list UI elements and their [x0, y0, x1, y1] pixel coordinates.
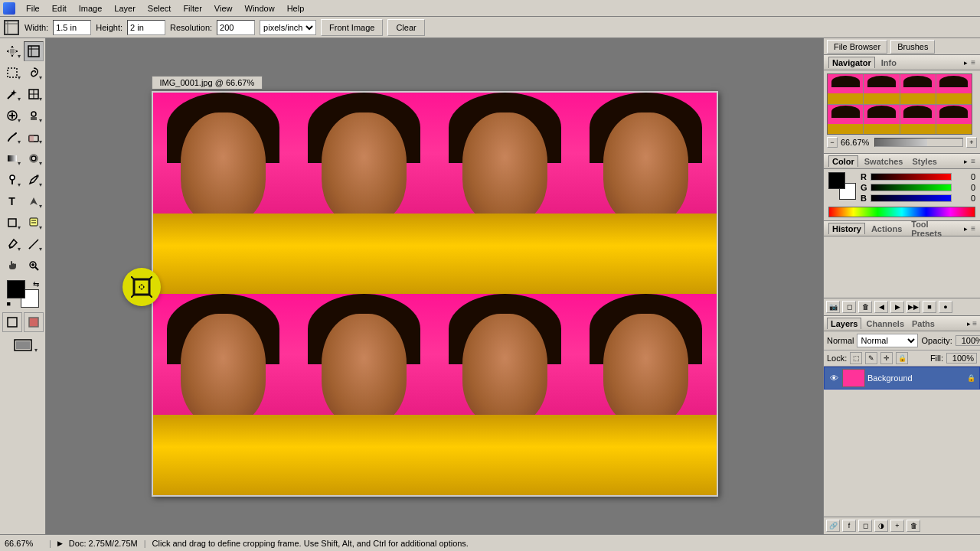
navigator-expand[interactable]: ▸ — [964, 59, 968, 67]
navigator-tab[interactable]: Navigator — [828, 57, 875, 68]
pen-tool[interactable]: ▾ — [24, 170, 44, 190]
color-menu[interactable]: ≡ — [971, 157, 975, 165]
begin-recording-button[interactable]: ● — [939, 301, 952, 313]
history-expand[interactable]: ▸ — [964, 225, 968, 233]
link-layers-button[interactable]: 🔗 — [826, 520, 840, 532]
history-tab[interactable]: History — [828, 223, 865, 234]
zoom-out-button[interactable]: − — [827, 137, 838, 148]
layers-tab[interactable]: Layers — [827, 318, 861, 329]
shape-tool[interactable]: ▾ — [2, 213, 22, 233]
marquee-tool[interactable]: ▾ — [2, 63, 22, 83]
tool-presets-tab[interactable]: Tool Presets — [908, 219, 961, 239]
info-tab[interactable]: Info — [878, 57, 900, 68]
color-spectrum-bar[interactable] — [828, 207, 975, 217]
resolution-input[interactable] — [217, 20, 255, 35]
channels-tab[interactable]: Channels — [863, 318, 907, 329]
quick-mask-mode[interactable] — [24, 312, 44, 332]
lock-image-pixels[interactable]: ✎ — [865, 352, 877, 364]
slice-tool[interactable]: ▾ — [24, 84, 44, 104]
clear-button[interactable]: Clear — [387, 19, 424, 36]
blue-slider[interactable] — [871, 194, 952, 202]
eraser-tool[interactable]: ▾ — [24, 127, 44, 147]
menu-window[interactable]: Window — [239, 2, 281, 15]
eyedropper-tool[interactable]: ▾ — [2, 234, 22, 254]
menu-select[interactable]: Select — [142, 2, 178, 15]
add-layer-style-button[interactable]: f — [842, 520, 856, 532]
reset-colors-icon[interactable]: ■ — [7, 300, 11, 308]
new-snapshot-button[interactable]: 📷 — [826, 301, 840, 313]
menu-filter[interactable]: Filter — [177, 2, 207, 15]
zoom-slider[interactable] — [874, 138, 963, 147]
color-expand[interactable]: ▸ — [964, 158, 968, 165]
step-backward-button[interactable]: ◀ — [874, 301, 888, 313]
green-slider[interactable] — [871, 184, 952, 191]
layers-menu[interactable]: ≡ — [972, 319, 977, 328]
lock-position[interactable]: ✛ — [880, 352, 893, 364]
color-tab[interactable]: Color — [828, 155, 858, 167]
magic-wand-tool[interactable]: ▾ — [2, 84, 22, 104]
swap-colors-icon[interactable]: ⇆ — [33, 280, 39, 289]
healing-tool[interactable]: ▾ — [2, 106, 22, 126]
zoom-tool[interactable] — [24, 256, 44, 276]
stamp-tool[interactable]: ▾ — [24, 106, 44, 126]
path-select-tool[interactable]: ▾ — [24, 191, 44, 211]
blur-tool[interactable]: ▾ — [24, 148, 44, 168]
canvas-tab[interactable]: IMG_0001.jpg @ 66.67% — [152, 76, 263, 89]
navigator-menu[interactable]: ≡ — [971, 58, 975, 67]
menu-file[interactable]: File — [20, 2, 46, 15]
layer-visibility-toggle[interactable]: 👁 — [828, 372, 840, 384]
red-slider[interactable] — [871, 173, 952, 181]
history-brush-tool[interactable]: ▾ — [2, 127, 22, 147]
fill-input[interactable] — [946, 353, 977, 364]
standard-mode[interactable] — [2, 312, 22, 332]
opacity-input[interactable] — [956, 335, 980, 346]
history-play-button[interactable]: ▶▶ — [906, 301, 920, 313]
new-layer-button[interactable]: + — [890, 520, 904, 532]
actions-tab[interactable]: Actions — [868, 223, 905, 234]
step-forward-button[interactable]: ▶ — [890, 301, 904, 313]
status-arrow-button[interactable]: ▶ — [57, 540, 63, 547]
menu-help[interactable]: Help — [281, 2, 311, 15]
type-tool[interactable]: T — [2, 191, 22, 211]
background-layer[interactable]: 👁 Background 🔒 — [824, 367, 980, 390]
notes-tool[interactable]: ▾ — [24, 213, 44, 233]
move-tool[interactable]: ▾ — [2, 41, 22, 61]
new-fill-layer-button[interactable]: ◑ — [874, 520, 888, 532]
lock-all[interactable]: 🔒 — [896, 352, 908, 364]
canvas-area[interactable]: IMG_0001.jpg @ 66.67% — [46, 38, 823, 534]
delete-layer-button[interactable]: 🗑 — [906, 520, 920, 532]
foreground-background-colors[interactable]: ⇆ ■ — [7, 280, 39, 308]
width-input[interactable] — [53, 20, 91, 35]
styles-tab[interactable]: Styles — [909, 156, 939, 167]
hand-tool[interactable] — [2, 256, 22, 276]
foreground-color-swatch[interactable] — [7, 280, 25, 298]
paths-tab[interactable]: Paths — [909, 318, 938, 329]
zoom-in-button[interactable]: + — [966, 137, 977, 148]
color-foreground-square[interactable] — [828, 172, 845, 189]
history-menu[interactable]: ≡ — [971, 224, 975, 233]
stop-recording-button[interactable]: ■ — [923, 301, 936, 313]
menu-edit[interactable]: Edit — [46, 2, 73, 15]
menu-layer[interactable]: Layer — [108, 2, 142, 15]
color-fg-bg[interactable] — [828, 172, 856, 200]
menu-image[interactable]: Image — [73, 2, 109, 15]
layers-expand[interactable]: ▸ — [967, 320, 971, 328]
crop-tool[interactable] — [24, 41, 44, 61]
dodge-tool[interactable]: ▾ — [2, 170, 22, 190]
measure-tool[interactable]: ▾ — [24, 234, 44, 254]
lasso-tool[interactable]: ▾ — [24, 63, 44, 83]
blend-mode-select[interactable]: NormalMultiplyScreen — [857, 334, 918, 347]
front-image-button[interactable]: Front Image — [321, 19, 383, 36]
lock-transparent-pixels[interactable]: ⬚ — [850, 352, 862, 364]
height-input[interactable] — [127, 20, 165, 35]
delete-state-button[interactable]: 🗑 — [858, 301, 872, 313]
add-mask-button[interactable]: ◻ — [858, 520, 872, 532]
brushes-button[interactable]: Brushes — [890, 40, 935, 54]
swatches-tab[interactable]: Swatches — [861, 156, 906, 167]
gradient-tool[interactable]: ▾ — [2, 148, 22, 168]
file-browser-button[interactable]: File Browser — [827, 40, 887, 54]
new-document-from-state-button[interactable]: ◻ — [842, 301, 856, 313]
menu-view[interactable]: View — [208, 2, 239, 15]
screen-mode-button[interactable]: ▾ — [7, 335, 39, 355]
pixels-per-select[interactable]: pixels/inch pixels/cm — [260, 20, 316, 35]
